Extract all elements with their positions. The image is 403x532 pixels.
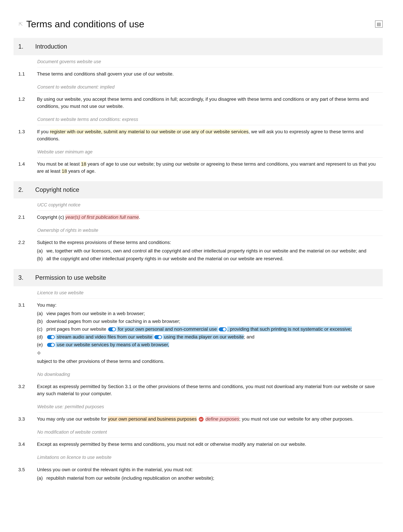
- highlight-yellow[interactable]: 18: [81, 161, 86, 167]
- clause-annotation: Consent to website terms and conditions:…: [37, 113, 383, 125]
- sub-item: (a) republish material from our website …: [37, 474, 383, 482]
- clause-body: Except as expressly permitted by these t…: [37, 441, 383, 448]
- clause-num: 2.1: [18, 214, 30, 221]
- toggle-switch[interactable]: [219, 327, 227, 331]
- clause-num: 3.2: [18, 383, 30, 397]
- sub-item: (d) stream audio and video files from ou…: [37, 333, 383, 341]
- sub-item: (a) view pages from our website in a web…: [37, 310, 383, 317]
- sub-marker: (c): [37, 326, 44, 333]
- clause-2-1: 2.1 Copyright (c) year(s) of first publi…: [13, 212, 383, 224]
- clause-3-3: 3.3 You may only use our website for you…: [13, 414, 383, 426]
- text: print pages from our website: [46, 326, 107, 332]
- text: Unless you own or control the relevant r…: [37, 467, 193, 472]
- document-header: ⇱ Terms and conditions of use ▤: [13, 17, 383, 31]
- sub-text: stream audio and video files from our we…: [46, 333, 254, 341]
- sub-item: (a) we, together with our licensors, own…: [37, 247, 383, 255]
- clause-num: 1.1: [18, 70, 30, 77]
- section-num: 3.: [18, 273, 25, 282]
- clause-num: 1.2: [18, 96, 30, 110]
- highlight-blue[interactable]: for your own personal and non-commercial…: [117, 326, 218, 332]
- text: years of age.: [67, 168, 96, 174]
- clause-body: These terms and conditions shall govern …: [37, 70, 383, 77]
- section-num: 1.: [18, 42, 25, 51]
- section-header-3: 3. Permission to use website: [13, 269, 383, 286]
- toggle-switch[interactable]: [47, 335, 55, 339]
- highlight-blue[interactable]: using the media player on our website: [163, 334, 244, 340]
- toc-icon[interactable]: ▤: [375, 20, 383, 28]
- highlight-pink[interactable]: define purposes: [205, 416, 239, 422]
- document-title: Terms and conditions of use: [26, 17, 144, 31]
- sub-text: republish material from our website (inc…: [46, 475, 214, 482]
- clause-num: 3.1: [18, 302, 30, 365]
- section-title: Permission to use website: [35, 273, 106, 282]
- sublist: (a) view pages from our website in a web…: [37, 310, 383, 349]
- section-header-2: 2. Copyright notice: [13, 181, 383, 198]
- highlight-orange[interactable]: your own personal and business purposes: [108, 416, 197, 422]
- clause-num: 3.3: [18, 416, 30, 423]
- clause-body: You may only use our website for your ow…: [37, 416, 383, 423]
- sub-marker: (b): [37, 255, 44, 262]
- text: You must be at least: [37, 161, 81, 167]
- sub-marker: (a): [37, 247, 44, 254]
- clause-annotation: Licence to use website: [37, 286, 383, 298]
- sub-item: (b) all the copyright and other intellec…: [37, 255, 383, 263]
- section-num: 2.: [18, 185, 25, 194]
- sub-marker: (d): [37, 333, 44, 341]
- toggle-switch[interactable]: [47, 343, 55, 347]
- clause-body: You must be at least 18 years of age to …: [37, 160, 383, 175]
- highlight-pink[interactable]: year(s) of first publication full name: [65, 215, 139, 220]
- sub-marker: (a): [37, 475, 44, 482]
- clause-num: 3.5: [18, 466, 30, 482]
- clause-annotation: UCC copyright notice: [37, 198, 383, 211]
- clause-annotation: Ownership of rights in website: [37, 224, 383, 236]
- sub-marker: (b): [37, 318, 44, 325]
- text: ; you must not use our website for any o…: [239, 416, 353, 422]
- clause-body: Unless you own or control the relevant r…: [37, 466, 383, 482]
- sublist: (a) republish material from our website …: [37, 474, 383, 482]
- sub-text: we, together with our licensors, own and…: [46, 247, 366, 254]
- title-wrap: ⇱ Terms and conditions of use: [19, 17, 144, 31]
- clause-annotation: No modification of website content: [37, 426, 383, 438]
- sub-item: (b) download pages from our website for …: [37, 317, 383, 325]
- sub-marker: (e): [37, 341, 44, 348]
- clause-num: 3.4: [18, 441, 30, 448]
- link-icon[interactable]: ⇱: [19, 20, 23, 28]
- clause-body: You may: (a) view pages from our website…: [37, 302, 383, 365]
- section-title: Introduction: [35, 42, 67, 51]
- highlight-yellow[interactable]: register with our website, submit any ma…: [50, 129, 248, 134]
- text: ; and: [244, 334, 254, 340]
- section-header-1: 1. Introduction: [13, 38, 383, 55]
- clause-1-3: 1.3 If you register with our website, su…: [13, 127, 383, 146]
- clause-3-5: 3.5 Unless you own or control the releva…: [13, 465, 383, 485]
- clause-num: 1.4: [18, 160, 30, 175]
- toggle-switch[interactable]: [108, 327, 116, 331]
- text: Copyright (c): [37, 215, 65, 220]
- clause-body: Subject to the express provisions of the…: [37, 239, 383, 263]
- clause-body: By using our website, you accept these t…: [37, 96, 383, 110]
- clause-tail: subject to the other provisions of these…: [37, 358, 383, 365]
- highlight-blue[interactable]: stream audio and video files from our we…: [56, 334, 154, 340]
- sub-text: download pages from our website for cach…: [46, 318, 180, 325]
- clause-body: Copyright (c) year(s) of first publicati…: [37, 214, 383, 221]
- clause-1-2: 1.2 By using our website, you accept the…: [13, 94, 383, 113]
- clause-annotation: No downloading: [37, 368, 383, 380]
- sublist: (a) we, together with our licensors, own…: [37, 247, 383, 263]
- or-badge[interactable]: or: [199, 417, 203, 422]
- text: Subject to the express provisions of the…: [37, 240, 171, 245]
- sub-text: print pages from our website for your ow…: [46, 326, 352, 333]
- clause-annotation: Document governs website use: [37, 55, 383, 67]
- text: If you: [37, 129, 50, 134]
- highlight-blue[interactable]: use our website services by means of a w…: [56, 342, 169, 347]
- clause-annotation: Consent to website document: implied: [37, 81, 383, 93]
- clause-1-1: 1.1 These terms and conditions shall gov…: [13, 69, 383, 81]
- highlight-blue[interactable]: , providing that such printing is not sy…: [227, 326, 352, 332]
- toggle-switch[interactable]: [154, 335, 162, 339]
- clause-num: 1.3: [18, 128, 30, 142]
- clause-annotation: Limitations on licence to use website: [37, 451, 383, 463]
- sub-item: (e) use our website services by means of…: [37, 341, 383, 349]
- sub-text: use our website services by means of a w…: [46, 341, 169, 348]
- section-title: Copyright notice: [35, 185, 79, 194]
- highlight-yellow[interactable]: 18: [62, 168, 67, 174]
- clause-annotation: Website use: permitted purposes: [37, 400, 383, 412]
- add-item-icon[interactable]: ✥: [37, 350, 41, 357]
